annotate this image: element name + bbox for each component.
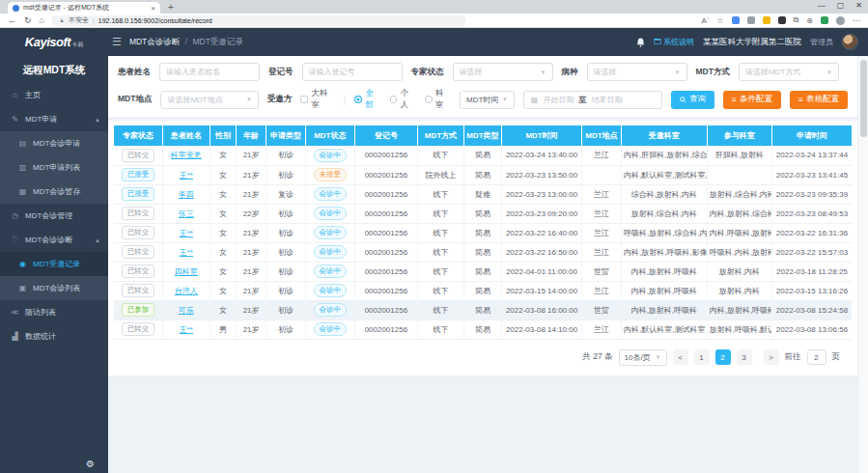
extension-icon-green[interactable]	[821, 16, 828, 24]
patient-name-link[interactable]: 王**	[180, 248, 193, 257]
new-tab-button[interactable]: +	[168, 2, 174, 14]
dept-checkbox[interactable]: 大科室	[300, 88, 334, 111]
window-close-button[interactable]: ✕	[855, 1, 862, 10]
table-cell: 综合科,放射科,内科	[622, 184, 708, 204]
system-help-link[interactable]: 🗔 系统说明	[654, 37, 694, 47]
split-screen-icon[interactable]: ⧉	[794, 15, 799, 25]
apply-list-icon: ▥	[18, 163, 27, 172]
date-range-picker[interactable]: ▦ 开始日期 至 结束日期	[523, 91, 662, 109]
sidebar-item-MDT申请列表[interactable]: ▥MDT申请列表	[0, 155, 108, 180]
column-header: 参与科室	[707, 125, 771, 146]
notification-bell-icon[interactable]	[636, 34, 645, 51]
patient-name-input[interactable]	[159, 63, 260, 81]
search-icon	[680, 97, 686, 103]
condition-config-button[interactable]: ≡ 条件配置	[723, 91, 781, 109]
page-button-1[interactable]: 1	[694, 349, 710, 365]
prev-page-button[interactable]: <	[673, 349, 688, 365]
patient-name-link[interactable]: 可乐	[179, 306, 194, 315]
table-cell: 放射科,内科	[707, 262, 771, 281]
mdt-place-select[interactable]: 请选择MDT地点▼	[160, 91, 258, 109]
calendar-icon: ▦	[531, 96, 539, 104]
browser-tab[interactable]: mdt受邀记录 - 远程MDT系统 ×	[8, 2, 160, 14]
sidebar-item-MDT会诊管理[interactable]: ◷MDT会诊管理	[0, 204, 108, 228]
radio-personal[interactable]: 个人	[390, 88, 416, 111]
page-size-select[interactable]: 10条/页 ▼	[619, 349, 667, 366]
table-config-button[interactable]: ≡ 表格配置	[790, 91, 848, 109]
patient-name-link[interactable]: 王**	[180, 171, 193, 180]
patient-name-link[interactable]: 李四	[179, 190, 194, 199]
refresh-icon[interactable]: ↻	[24, 15, 32, 25]
sidebar-item-主页[interactable]: ⌂主页	[0, 83, 108, 107]
back-icon[interactable]: ←	[8, 15, 16, 25]
table-cell: 放射科,呼吸科,默认科室,测...	[707, 320, 771, 339]
scrollbar-thumb[interactable]	[860, 60, 867, 137]
table-cell: 21岁	[237, 320, 266, 339]
reg-no-input[interactable]	[302, 63, 403, 81]
sidebar-item-MDT会诊暂存[interactable]: ▦MDT会诊暂存	[0, 180, 108, 204]
time-type-select[interactable]: MDT时间▼	[460, 91, 515, 109]
radio-all[interactable]: 全部	[354, 88, 380, 111]
mdt-mode-select[interactable]: 请选择MDT方式▼	[739, 63, 839, 81]
patient-name-link[interactable]: 科室变更	[171, 151, 202, 159]
app-header: Kayisoft 卡易 ☰ MDT会诊诊断 / MDT受邀记录 🗔 系统说明 某…	[0, 28, 868, 56]
sidebar-collapse-icon[interactable]: ☰	[112, 36, 122, 48]
user-avatar[interactable]	[842, 34, 858, 50]
mdt-place-placeholder: 请选择MDT地点	[167, 95, 222, 105]
table-row: 已转交王**女21岁初诊会诊中0002001256线下简易2022-03-22 …	[114, 223, 852, 242]
favorite-star-icon[interactable]: ☆	[716, 16, 723, 25]
extension-icon-blue[interactable]	[732, 16, 740, 24]
tab-close-icon[interactable]: ×	[151, 4, 155, 13]
table-cell: 21岁	[237, 262, 266, 281]
patient-name-link[interactable]: 台湾人	[175, 287, 198, 295]
extension-icon-dark[interactable]	[778, 16, 786, 24]
address-input[interactable]: ▲ 不安全 | 192.168.0.156:9002/consultate/re…	[51, 15, 466, 26]
sliders-icon: ≡	[732, 95, 737, 104]
settings-gear-icon[interactable]: ⚙	[86, 459, 95, 469]
window-maximize-button[interactable]: ▢	[837, 1, 845, 10]
more-menu-icon[interactable]: ⋯	[853, 16, 860, 25]
expert-status-label: 专家状态	[411, 67, 444, 78]
sidebar-item-MDT会诊申请[interactable]: ▤MDT会诊申请	[0, 131, 108, 155]
home-icon[interactable]: ⌂	[40, 15, 44, 25]
extension-icon-yellow[interactable]	[763, 16, 770, 24]
patient-name-link[interactable]: 王**	[180, 325, 193, 334]
disease-select[interactable]: 请选择▼	[587, 63, 687, 81]
sidebar-item-MDT会诊列表[interactable]: ▣MDT会诊列表	[0, 276, 108, 300]
radio-dept[interactable]: 科室	[425, 88, 451, 111]
sidebar-item-MDT会诊诊断[interactable]: ♡MDT会诊诊断▲	[0, 228, 108, 252]
sidebar-item-MDT申请[interactable]: ✎MDT申请▲	[0, 107, 108, 131]
next-page-button[interactable]: >	[764, 349, 779, 365]
expert-status-tag: 已转交	[122, 284, 155, 297]
expert-status-select[interactable]: 请选择▼	[453, 63, 553, 81]
reg-no-label: 登记号	[268, 67, 294, 78]
table-cell: 2022-03-22 16:50:00	[502, 242, 582, 262]
page-size-value: 10条/页	[625, 352, 651, 363]
goto-page-input[interactable]	[807, 349, 826, 365]
sidebar-item-label: MDT申请列表	[33, 162, 80, 173]
sidebar-item-随访列表[interactable]: ≪随访列表	[0, 300, 108, 324]
patient-name-link[interactable]: 王**	[180, 229, 193, 237]
page-button-2[interactable]: 2	[715, 349, 731, 365]
share-icon: ≪	[11, 308, 19, 317]
table-cell: 简易	[463, 223, 502, 242]
window-minimize-button[interactable]: —	[818, 1, 826, 10]
extension-icon-gray[interactable]	[747, 16, 755, 24]
browser-profile-avatar[interactable]	[836, 16, 845, 25]
read-aloud-icon[interactable]: A᾿	[701, 16, 709, 25]
chevron-up-icon: ▲	[95, 117, 100, 123]
patient-name-link[interactable]: 四科室	[175, 267, 198, 276]
mdt-mode-placeholder: 请选择MDT方式	[745, 67, 800, 77]
sidebar-item-MDT受邀记录[interactable]: ◉MDT受邀记录	[0, 252, 108, 276]
page-scrollbar[interactable]	[857, 56, 868, 473]
sidebar-item-数据统计[interactable]: ▟数据统计	[0, 324, 108, 348]
search-button[interactable]: 查询	[671, 91, 714, 109]
collections-icon[interactable]: ⊕	[806, 16, 813, 25]
table-cell: 世贸	[581, 262, 621, 281]
table-cell: 初诊	[266, 300, 305, 320]
mdt-status-tag: 会诊中	[314, 284, 348, 297]
breadcrumb-current: MDT受邀记录	[192, 37, 242, 46]
date-start-placeholder: 开始日期	[543, 95, 574, 105]
table-cell: 初诊	[266, 146, 305, 165]
patient-name-link[interactable]: 张三	[179, 209, 194, 218]
page-button-3[interactable]: 3	[737, 349, 752, 365]
